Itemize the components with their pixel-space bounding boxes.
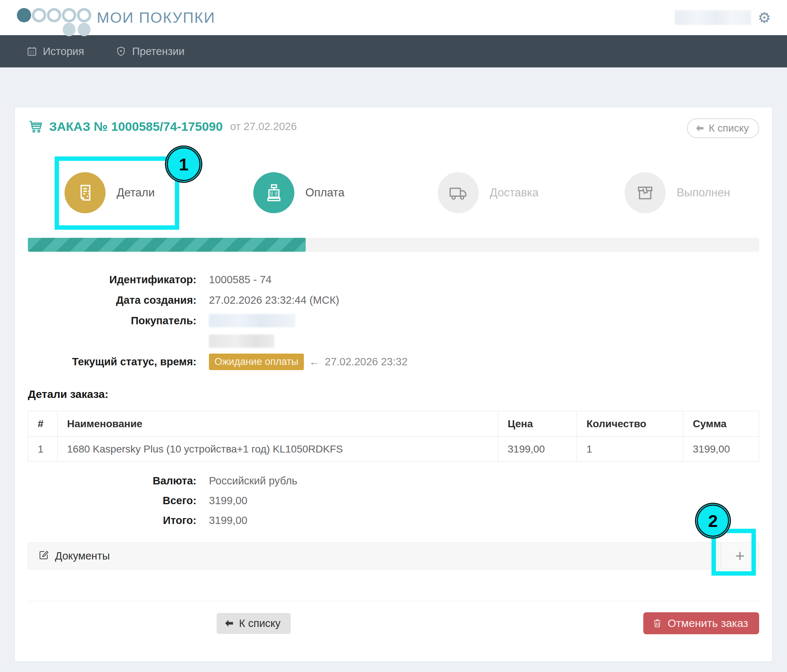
gear-icon[interactable]: ⚙	[758, 10, 771, 25]
document-icon	[65, 172, 106, 213]
divider	[28, 601, 759, 601]
field-value: 3199,00	[209, 514, 247, 527]
field-label: Идентификатор:	[28, 274, 196, 286]
step-label: Выполнен	[677, 186, 730, 199]
nav-item-claims[interactable]: Претензии	[115, 46, 184, 58]
field-value: Российский рубль	[209, 475, 297, 487]
cell-sum: 3199,00	[683, 437, 759, 462]
cash-register-icon	[253, 172, 294, 213]
app-header: МОИ ПОКУПКИ ⚙	[0, 0, 787, 35]
order-progress-bar	[28, 238, 759, 252]
field-label: Всего:	[28, 495, 196, 507]
logo-circle	[32, 8, 46, 22]
info-row-status: Текущий статус, время: Ожидание оплаты ←…	[28, 354, 759, 369]
field-value: Ожидание оплаты ← 27.02.2026 23:32	[209, 353, 408, 370]
status-arrow: ←	[309, 356, 320, 368]
header-right: ⚙	[675, 10, 771, 25]
logo-circle	[62, 8, 76, 22]
step-details[interactable]: Детали	[15, 158, 204, 227]
field-label: Текущий статус, время:	[28, 356, 196, 368]
logo-circle	[77, 8, 91, 22]
step-label: Детали	[117, 186, 155, 199]
documents-toggle[interactable]: Документы	[28, 549, 110, 563]
col-header-price: Цена	[498, 411, 577, 437]
cell-name: 1680 Kaspersky Plus (10 устройства+1 год…	[58, 437, 498, 462]
order-totals: Валюта: Российский рубль Всего: 3199,00 …	[15, 473, 772, 528]
brand-logo	[17, 0, 92, 35]
truck-icon	[438, 172, 479, 213]
nav-item-label: Претензии	[132, 46, 184, 58]
status-time: 27.02.2026 23:32	[325, 356, 408, 368]
brand-title: МОИ ПОКУПКИ	[97, 9, 215, 26]
field-value	[209, 314, 296, 327]
edit-document-icon	[38, 549, 49, 563]
logo-circle	[63, 23, 76, 36]
step-label: Оплата	[305, 186, 345, 199]
order-card: ЗАКАЗ № 1000585/74-175090 от 27.02.2026 …	[15, 107, 772, 662]
order-steps: Детали О	[15, 158, 772, 227]
back-to-list-label: К списку	[709, 122, 749, 134]
package-box-icon	[624, 172, 666, 213]
documents-label: Документы	[55, 550, 110, 562]
trash-icon	[652, 618, 662, 628]
arrow-left-icon	[695, 123, 705, 133]
cancel-order-button[interactable]: Отменить заказ	[643, 612, 759, 634]
main-nav: История Претензии	[0, 35, 787, 68]
cell-index: 1	[28, 437, 58, 462]
order-date: от 27.02.2026	[230, 121, 297, 133]
card-header: ЗАКАЗ № 1000585/74-175090 от 27.02.2026 …	[15, 107, 772, 145]
main-content: ЗАКАЗ № 1000585/74-175090 от 27.02.2026 …	[15, 107, 772, 662]
footer-actions: К списку Отменить заказ	[15, 612, 772, 634]
step-completed[interactable]: Выполнен	[583, 158, 772, 227]
field-value	[209, 334, 274, 348]
field-value: 27.02.2026 23:32:44 (МСК)	[209, 294, 339, 306]
order-items-table: # Наименование Цена Количество Сумма 1 1…	[28, 411, 759, 462]
field-value: 3199,00	[209, 495, 247, 507]
step-label: Доставка	[490, 186, 539, 199]
add-document-button[interactable]: +	[721, 543, 759, 569]
nav-item-label: История	[43, 46, 84, 58]
back-to-list-button-bottom[interactable]: К списку	[217, 613, 291, 634]
cart-icon	[28, 118, 44, 134]
field-value: 1000585 - 74	[209, 274, 272, 286]
nav-item-history[interactable]: История	[26, 46, 84, 58]
order-title: ЗАКАЗ № 1000585/74-175090 от 27.02.2026	[28, 118, 297, 134]
buyer-redacted-line2	[209, 334, 274, 348]
cancel-order-label: Отменить заказ	[667, 617, 748, 629]
logo-circle	[17, 8, 31, 22]
order-number: ЗАКАЗ № 1000585/74-175090	[49, 120, 223, 134]
info-row-buyer-2	[28, 334, 759, 349]
field-label: Валюта:	[28, 475, 196, 487]
order-info: Идентификатор: 1000585 - 74 Дата создани…	[15, 272, 772, 369]
table-row: 1 1680 Kaspersky Plus (10 устройства+1 г…	[28, 437, 759, 462]
calendar-icon	[26, 46, 37, 57]
arrow-left-icon	[224, 618, 234, 628]
info-row-created: Дата создания: 27.02.2026 23:32:44 (МСК)	[28, 293, 759, 308]
cell-qty: 1	[577, 437, 683, 462]
brand: МОИ ПОКУПКИ	[17, 0, 215, 35]
status-badge: Ожидание оплаты	[209, 353, 304, 370]
totals-row-currency: Валюта: Российский рубль	[28, 473, 759, 488]
totals-row-total: Всего: 3199,00	[28, 493, 759, 508]
info-row-id: Идентификатор: 1000585 - 74	[28, 272, 759, 287]
col-header-name: Наименование	[58, 411, 498, 437]
field-label: Покупатель:	[28, 315, 196, 327]
totals-row-grand: Итого: 3199,00	[28, 513, 759, 528]
details-heading: Детали заказа:	[28, 388, 759, 401]
col-header-qty: Количество	[577, 411, 683, 437]
username-redacted	[675, 10, 751, 25]
field-label: Дата создания:	[28, 294, 196, 306]
field-label: Итого:	[28, 514, 196, 527]
back-to-list-button-top[interactable]: К списку	[687, 118, 759, 138]
progress-fill	[28, 238, 306, 252]
logo-circle	[47, 8, 61, 22]
back-to-list-label: К списку	[239, 617, 280, 629]
shield-icon	[115, 46, 126, 57]
buyer-redacted-line1	[209, 314, 296, 327]
step-payment[interactable]: Оплата	[204, 158, 394, 227]
cell-price: 3199,00	[498, 437, 577, 462]
info-row-buyer: Покупатель:	[28, 313, 759, 328]
logo-circle	[78, 23, 90, 36]
step-delivery[interactable]: Доставка	[394, 158, 583, 227]
documents-bar: Документы + 2	[28, 542, 759, 569]
